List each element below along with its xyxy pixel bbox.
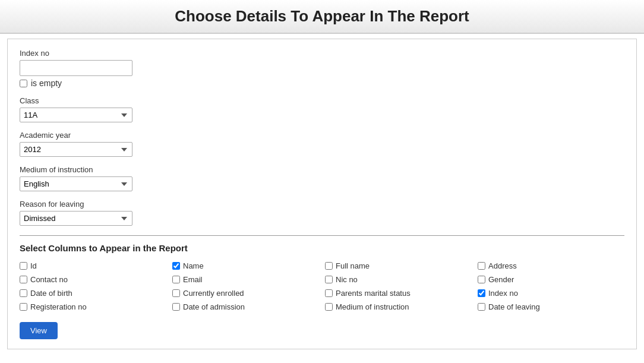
checkbox-col-currently-enrolled[interactable] bbox=[172, 289, 180, 297]
label-col-date-of-birth: Date of birth bbox=[30, 289, 72, 298]
main-content: Index no is empty Class 11A 11B 11C Acad… bbox=[7, 39, 637, 349]
is-empty-checkbox[interactable] bbox=[20, 80, 27, 87]
checkbox-col-medium-of-instruction[interactable] bbox=[325, 303, 333, 311]
columns-section: Select Columns to Appear in the Report I… bbox=[20, 243, 624, 313]
page-header: Choose Details To Appear In The Report bbox=[0, 0, 644, 34]
column-item-col-contact-no: Contact no bbox=[20, 274, 166, 285]
column-item-col-gender: Gender bbox=[478, 274, 624, 285]
columns-grid: IdNameFull nameAddressContact noEmailNic… bbox=[20, 260, 624, 313]
label-col-email: Email bbox=[183, 275, 203, 284]
label-col-index-no: Index no bbox=[488, 289, 518, 298]
column-item-col-email: Email bbox=[172, 274, 319, 285]
view-button[interactable]: View bbox=[20, 322, 58, 339]
reason-label: Reason for leaving bbox=[20, 200, 624, 209]
medium-select[interactable]: English Tamil Sinhala bbox=[20, 176, 132, 191]
checkbox-col-date-of-birth[interactable] bbox=[20, 289, 27, 297]
label-col-parents-marital-status: Parents marital status bbox=[336, 289, 411, 298]
column-item-col-registration-no: Registeration no bbox=[20, 301, 166, 313]
column-item-col-address: Address bbox=[478, 260, 624, 272]
checkbox-col-gender[interactable] bbox=[478, 276, 485, 283]
checkbox-col-registration-no[interactable] bbox=[20, 303, 27, 311]
academic-year-label: Academic year bbox=[20, 131, 624, 140]
column-item-col-nic-no: Nic no bbox=[325, 274, 472, 285]
checkbox-col-contact-no[interactable] bbox=[20, 276, 27, 283]
column-item-col-date-of-birth: Date of birth bbox=[20, 288, 166, 299]
divider bbox=[20, 235, 624, 236]
label-col-date-of-leaving: Date of leaving bbox=[488, 302, 540, 311]
label-col-id: Id bbox=[30, 261, 37, 270]
label-col-nic-no: Nic no bbox=[336, 275, 358, 284]
medium-label: Medium of instruction bbox=[20, 165, 624, 174]
index-no-input[interactable] bbox=[20, 60, 132, 76]
reason-group: Reason for leaving Dimissed Transferred … bbox=[20, 200, 624, 226]
label-col-name: Name bbox=[183, 261, 204, 270]
label-col-registration-no: Registeration no bbox=[30, 302, 87, 311]
column-item-col-index-no: Index no bbox=[478, 288, 624, 299]
label-col-date-of-admission: Date of admission bbox=[183, 302, 245, 311]
checkbox-col-date-of-leaving[interactable] bbox=[478, 303, 485, 311]
label-col-full-name: Full name bbox=[336, 261, 370, 270]
label-col-gender: Gender bbox=[488, 275, 514, 284]
column-item-col-parents-marital-status: Parents marital status bbox=[325, 288, 472, 299]
label-col-medium-of-instruction: Medium of instruction bbox=[336, 302, 409, 311]
checkbox-col-full-name[interactable] bbox=[325, 262, 333, 270]
index-no-group: Index no is empty bbox=[20, 49, 624, 88]
column-item-col-date-of-admission: Date of admission bbox=[172, 301, 319, 313]
class-group: Class 11A 11B 11C bbox=[20, 96, 624, 122]
label-col-currently-enrolled: Currently enrolled bbox=[183, 289, 244, 298]
checkbox-col-address[interactable] bbox=[478, 262, 485, 270]
checkbox-col-date-of-admission[interactable] bbox=[172, 303, 180, 311]
academic-year-group: Academic year 2012 2013 2014 bbox=[20, 131, 624, 157]
checkbox-col-email[interactable] bbox=[172, 276, 180, 283]
column-item-col-full-name: Full name bbox=[325, 260, 472, 272]
class-label: Class bbox=[20, 96, 624, 105]
checkbox-col-name[interactable] bbox=[172, 262, 180, 270]
reason-select[interactable]: Dimissed Transferred Completed bbox=[20, 211, 132, 226]
label-col-contact-no: Contact no bbox=[30, 275, 68, 284]
column-item-col-date-of-leaving: Date of leaving bbox=[478, 301, 624, 313]
column-item-col-medium-of-instruction: Medium of instruction bbox=[325, 301, 472, 313]
label-col-address: Address bbox=[488, 261, 517, 270]
is-empty-label: is empty bbox=[31, 78, 62, 88]
column-item-col-name: Name bbox=[172, 260, 319, 272]
column-item-col-currently-enrolled: Currently enrolled bbox=[172, 288, 319, 299]
index-no-label: Index no bbox=[20, 49, 624, 58]
page-title: Choose Details To Appear In The Report bbox=[0, 7, 644, 26]
class-select[interactable]: 11A 11B 11C bbox=[20, 108, 132, 122]
checkbox-col-nic-no[interactable] bbox=[325, 276, 333, 283]
columns-section-title: Select Columns to Appear in the Report bbox=[20, 243, 624, 253]
checkbox-col-index-no[interactable] bbox=[478, 289, 485, 297]
column-item-col-id: Id bbox=[20, 260, 166, 272]
checkbox-col-parents-marital-status[interactable] bbox=[325, 289, 333, 297]
checkbox-col-id[interactable] bbox=[20, 262, 27, 270]
academic-year-select[interactable]: 2012 2013 2014 bbox=[20, 142, 132, 157]
medium-group: Medium of instruction English Tamil Sinh… bbox=[20, 165, 624, 191]
